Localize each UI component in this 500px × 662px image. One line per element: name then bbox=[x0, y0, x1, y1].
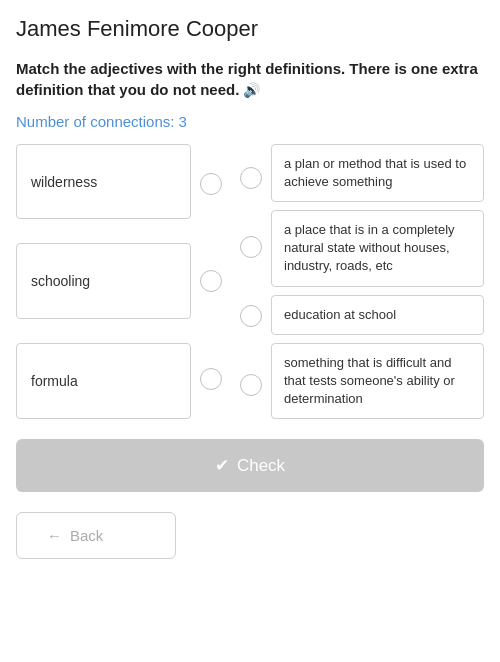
right-radio-def2-wrapper bbox=[235, 236, 267, 258]
check-button[interactable]: ✔ Check bbox=[16, 439, 484, 492]
definitions-column: a plan or method that is used to achieve… bbox=[271, 144, 484, 420]
right-radio-def3[interactable] bbox=[240, 305, 262, 327]
back-icon: ← bbox=[47, 527, 62, 544]
word-wilderness: wilderness bbox=[16, 144, 191, 220]
right-radio-def4-wrapper bbox=[235, 374, 267, 396]
right-radios-column bbox=[231, 144, 271, 420]
right-radio-def1[interactable] bbox=[240, 167, 262, 189]
words-column: wilderness schooling formula bbox=[16, 144, 191, 420]
page: James Fenimore Cooper Match the adjectiv… bbox=[0, 0, 500, 662]
left-radio-schooling[interactable] bbox=[200, 270, 222, 292]
def-box-2: a place that is in a completely natural … bbox=[271, 210, 484, 287]
left-radios-column bbox=[191, 144, 231, 420]
right-radio-def2[interactable] bbox=[240, 236, 262, 258]
def-box-4: something that is difficult and that tes… bbox=[271, 343, 484, 420]
left-radio-wilderness[interactable] bbox=[200, 173, 222, 195]
left-radio-formula-wrapper bbox=[195, 344, 227, 414]
def-box-3: education at school bbox=[271, 295, 484, 335]
instructions-text: Match the adjectives with the right defi… bbox=[16, 58, 484, 101]
matching-area: wilderness schooling formula bbox=[16, 144, 484, 420]
right-radio-def4[interactable] bbox=[240, 374, 262, 396]
back-button[interactable]: ← Back bbox=[16, 512, 176, 559]
word-formula: formula bbox=[16, 343, 191, 419]
left-radio-wilderness-wrapper bbox=[195, 149, 227, 219]
connections-count: Number of connections: 3 bbox=[16, 113, 484, 130]
right-radio-def3-wrapper bbox=[235, 305, 267, 327]
def-box-1: a plan or method that is used to achieve… bbox=[271, 144, 484, 202]
page-title: James Fenimore Cooper bbox=[16, 16, 484, 42]
right-radio-def1-wrapper bbox=[235, 167, 267, 189]
left-radio-formula[interactable] bbox=[200, 368, 222, 390]
word-schooling: schooling bbox=[16, 243, 191, 319]
check-button-label: Check bbox=[237, 456, 285, 476]
check-icon: ✔ bbox=[215, 455, 229, 476]
sound-icon[interactable]: 🔊 bbox=[243, 81, 260, 101]
left-radio-schooling-wrapper bbox=[195, 246, 227, 316]
back-button-label: Back bbox=[70, 527, 103, 544]
